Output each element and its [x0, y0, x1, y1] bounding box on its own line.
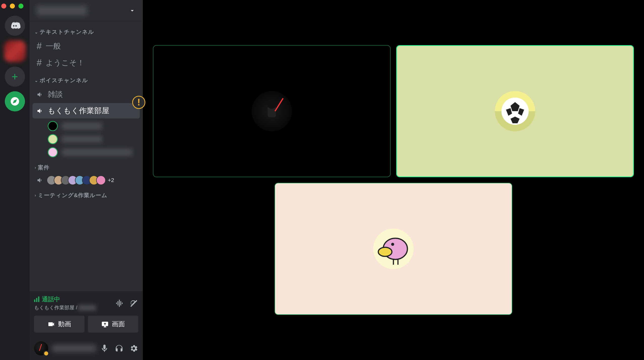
add-server-button[interactable]: + — [5, 67, 25, 87]
category-text-channels[interactable]: ⌄ テキストチャンネル — [33, 23, 140, 38]
participant-tile-2[interactable] — [396, 45, 634, 177]
channel-name: 雑談 — [48, 89, 63, 100]
category-meeting-room[interactable]: › ミーティング&作業ルーム — [33, 187, 140, 202]
category-voice-channels[interactable]: ⌄ ボイスチャンネル — [33, 72, 140, 87]
server-header[interactable] — [30, 0, 143, 21]
participant-tile-3[interactable] — [275, 183, 512, 315]
screen-share-button[interactable]: 画面 — [88, 316, 138, 333]
overflow-count: +2 — [108, 177, 114, 184]
camera-icon — [47, 320, 55, 328]
text-channel-general[interactable]: # 一般 — [33, 38, 140, 54]
collapsed-voice-channel[interactable]: +2 — [33, 174, 140, 187]
discord-icon — [9, 20, 20, 31]
disconnect-icon[interactable] — [130, 299, 138, 308]
hash-icon: # — [37, 41, 42, 51]
svg-point-1 — [267, 99, 277, 109]
category-label: 案件 — [38, 164, 49, 171]
mute-icon[interactable] — [100, 344, 109, 353]
server-icon-1[interactable] — [4, 40, 26, 62]
notification-badge[interactable]: ! — [132, 96, 145, 109]
hash-icon: # — [37, 57, 42, 68]
speaker-icon — [37, 107, 44, 114]
category-label: テキストチャンネル — [40, 28, 94, 36]
avatar — [48, 121, 58, 131]
avatar — [96, 175, 106, 185]
voice-participant-3[interactable] — [33, 146, 140, 159]
voice-participant-1[interactable] — [33, 119, 140, 133]
connection-status[interactable]: 通話中 — [34, 295, 96, 303]
maximize-window-button[interactable] — [18, 4, 23, 9]
close-window-button[interactable] — [1, 4, 6, 9]
voice-channel-mokumoku[interactable]: もくもく作業部屋 — [33, 103, 140, 118]
avatar — [48, 134, 58, 144]
explore-servers-button[interactable] — [5, 91, 25, 111]
participant-tile-1[interactable] — [153, 45, 391, 177]
caret-icon: ⌄ — [35, 78, 38, 83]
username — [52, 345, 96, 352]
avatar — [252, 91, 292, 131]
minimize-window-button[interactable] — [10, 4, 15, 9]
bird-avatar-icon — [374, 230, 412, 268]
avatar — [495, 91, 535, 131]
status-text: 通話中 — [42, 295, 60, 303]
category-label: ボイスチャンネル — [40, 77, 88, 84]
video-button[interactable]: 動画 — [34, 316, 84, 333]
category-projects[interactable]: › 案件 — [33, 159, 140, 174]
voice-channel-chat[interactable]: 雑談 — [33, 87, 140, 102]
signal-icon — [34, 296, 39, 302]
home-button[interactable] — [5, 16, 25, 36]
channel-list: ⌄ テキストチャンネル # 一般 # ようこそ！ ⌄ ボイスチャンネル 雑談 も… — [30, 21, 143, 291]
screen-icon — [101, 320, 109, 328]
status-indicator — [43, 350, 49, 356]
speaker-icon — [37, 177, 44, 184]
settings-icon[interactable] — [129, 344, 138, 353]
svg-point-9 — [378, 247, 392, 256]
window-controls — [1, 4, 23, 9]
voice-call-area — [143, 0, 644, 360]
text-channel-welcome[interactable]: # ようこそ！ — [33, 55, 140, 71]
connection-channel-path[interactable]: もくもく作業部屋 / — [34, 304, 96, 311]
soccer-ball-icon — [500, 96, 530, 126]
button-label: 動画 — [58, 320, 71, 328]
channel-name: 一般 — [46, 41, 61, 51]
caret-icon: › — [35, 193, 36, 198]
channel-list-column: ! ⌄ テキストチャンネル # 一般 # ようこそ！ ⌄ ボイスチャンネル 雑談… — [30, 0, 143, 360]
caret-icon: › — [35, 165, 36, 170]
chevron-down-icon — [129, 7, 136, 14]
user-panel — [30, 337, 143, 360]
server-name — [37, 6, 87, 16]
vader-avatar-icon — [252, 91, 292, 131]
username — [62, 123, 102, 130]
voice-connection-panel: 通話中 もくもく作業部屋 / 動画 画面 — [30, 291, 143, 337]
caret-icon: ⌄ — [35, 30, 38, 35]
server-list-column: + — [0, 0, 30, 360]
svg-point-10 — [391, 243, 394, 246]
participant-thumbnails — [47, 175, 106, 185]
username — [62, 149, 132, 156]
button-label: 画面 — [112, 320, 125, 328]
voice-participant-2[interactable] — [33, 133, 140, 146]
deafen-icon[interactable] — [115, 344, 124, 353]
compass-icon — [10, 96, 20, 106]
category-label: ミーティング&作業ルーム — [38, 192, 108, 199]
username — [62, 136, 102, 143]
noise-suppression-icon[interactable] — [115, 299, 124, 308]
user-avatar-button[interactable] — [34, 341, 48, 355]
avatar — [373, 229, 414, 269]
channel-name: ようこそ！ — [46, 58, 85, 68]
speaker-icon — [37, 91, 44, 98]
avatar — [48, 147, 58, 157]
channel-name: もくもく作業部屋 — [48, 106, 109, 116]
